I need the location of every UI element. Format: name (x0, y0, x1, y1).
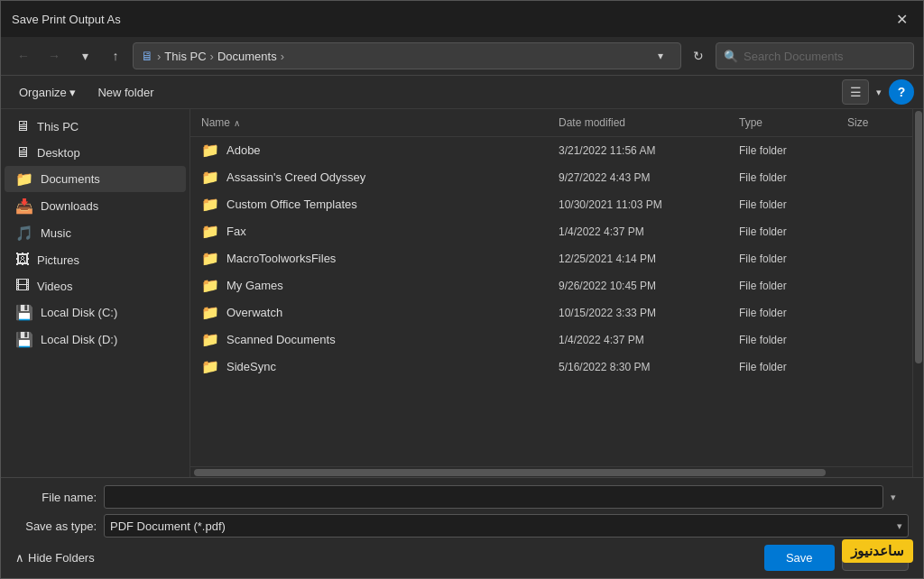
address-sep1: › (157, 50, 161, 63)
sidebar-item-this-pc[interactable]: 🖥 This PC (5, 114, 186, 139)
view-dropdown-button[interactable]: ▾ (873, 87, 885, 98)
file-row-date: 5/16/2022 8:30 PM (551, 361, 732, 373)
file-row-date: 3/21/2022 11:56 AM (551, 144, 732, 157)
filename-input[interactable] (104, 485, 883, 509)
sidebar-label-music: Music (41, 226, 71, 240)
file-name: My Games (226, 279, 283, 292)
folder-icon: 📁 (201, 304, 219, 321)
file-row-type: File folder (732, 198, 840, 211)
file-row-name: 📁 Assassin's Creed Odyssey (190, 169, 551, 186)
sidebar-label-this-pc: This PC (37, 120, 79, 133)
address-documents: Documents (217, 50, 277, 63)
back-button[interactable]: ← (10, 42, 37, 69)
search-icon: 🔍 (724, 50, 738, 63)
new-folder-button[interactable]: New folder (88, 82, 162, 103)
downloads-icon: 📥 (15, 198, 33, 215)
table-row[interactable]: 📁 MacroToolworksFiles 12/25/2021 4:14 PM… (190, 245, 912, 272)
sidebar-item-documents[interactable]: 📁 Documents (5, 166, 186, 192)
table-row[interactable]: 📁 Overwatch 10/15/2022 3:33 PM File fold… (190, 299, 912, 326)
savetype-arrow: ▾ (897, 520, 902, 532)
address-bar[interactable]: 🖥 › This PC › Documents › ▾ (133, 42, 681, 69)
search-box[interactable]: 🔍 Search Documents (716, 42, 914, 69)
horizontal-scrollbar[interactable] (190, 466, 912, 477)
table-row[interactable]: 📁 My Games 9/26/2022 10:45 PM File folde… (190, 272, 912, 299)
table-row[interactable]: 📁 Assassin's Creed Odyssey 9/27/2022 4:4… (190, 164, 912, 191)
bottom-panel: File name: ▾ Save as type: PDF Document … (1, 477, 923, 578)
table-row[interactable]: 📁 Fax 1/4/2022 4:37 PM File folder (190, 218, 912, 245)
help-button[interactable]: ? (889, 79, 914, 105)
address-dropdown-button[interactable]: ▾ (648, 43, 673, 69)
organize-button[interactable]: Organize ▾ (10, 82, 85, 103)
sidebar-label-videos: Videos (37, 280, 73, 293)
hscrollbar-thumb[interactable] (194, 469, 826, 476)
file-row-date: 10/30/2021 11:03 PM (551, 198, 732, 211)
table-row[interactable]: 📁 Adobe 3/21/2022 11:56 AM File folder (190, 137, 912, 164)
forward-button[interactable]: → (41, 42, 68, 69)
folder-icon: 📁 (201, 169, 219, 186)
local-c-icon: 💾 (15, 304, 33, 321)
sidebar-label-downloads: Downloads (41, 199, 98, 213)
sidebar-item-videos[interactable]: 🎞 Videos (5, 273, 186, 299)
table-row[interactable]: 📁 Custom Office Templates 10/30/2021 11:… (190, 191, 912, 218)
file-row-type: File folder (732, 225, 840, 238)
up-button[interactable]: ↑ (102, 42, 129, 69)
col-header-date[interactable]: Date modified (551, 113, 732, 133)
file-row-type: File folder (732, 280, 840, 292)
save-dialog: Save Print Output As ✕ ← → ▾ ↑ 🖥 › This … (0, 0, 924, 579)
filename-label: File name: (15, 491, 97, 504)
file-name: Adobe (226, 143, 261, 157)
view-mode-button[interactable]: ☰ (842, 79, 869, 105)
recent-locations-button[interactable]: ▾ (71, 42, 98, 69)
file-row-name: 📁 My Games (190, 277, 551, 294)
file-row-date: 12/25/2021 4:14 PM (551, 253, 732, 265)
table-row[interactable]: 📁 SideSync 5/16/2022 8:30 PM File folder (190, 354, 912, 381)
folder-icon: 📁 (201, 250, 219, 267)
sidebar-label-pictures: Pictures (37, 253, 79, 267)
sidebar-item-pictures[interactable]: 🖼 Pictures (5, 247, 186, 272)
folder-icon: 📁 (201, 223, 219, 240)
file-row-name: 📁 Adobe (190, 142, 551, 159)
sidebar-item-local-c[interactable]: 💾 Local Disk (C:) (5, 299, 186, 326)
file-row-type: File folder (732, 334, 840, 346)
sidebar-label-local-d: Local Disk (D:) (41, 333, 117, 346)
file-row-type: File folder (732, 361, 840, 373)
main-content: 🖥 This PC 🖥 Desktop 📁 Documents 📥 Downlo… (1, 109, 923, 477)
folder-icon: 📁 (201, 277, 219, 294)
table-row[interactable]: 📁 Scanned Documents 1/4/2022 4:37 PM Fil… (190, 326, 912, 354)
documents-icon: 📁 (15, 170, 33, 188)
action-buttons: Save Cancel (764, 545, 909, 571)
folder-icon: 📁 (201, 331, 219, 348)
file-row-type: File folder (732, 307, 840, 319)
sidebar-item-downloads[interactable]: 📥 Downloads (5, 193, 186, 219)
close-button[interactable]: ✕ (891, 8, 912, 30)
file-row-name: 📁 SideSync (190, 358, 551, 375)
search-placeholder: Search Documents (744, 50, 844, 63)
toolbar: Organize ▾ New folder ☰ ▾ ? (1, 76, 923, 109)
filename-dropdown-button[interactable]: ▾ (891, 492, 909, 503)
folder-icon: 📁 (201, 196, 219, 213)
vscrollbar-thumb[interactable] (915, 111, 922, 363)
file-row-date: 1/4/2022 4:37 PM (551, 225, 732, 238)
col-header-size[interactable]: Size (840, 113, 912, 133)
sidebar-label-documents: Documents (41, 172, 100, 186)
col-header-type[interactable]: Type (732, 113, 840, 133)
navbar: ← → ▾ ↑ 🖥 › This PC › Documents › ▾ ↻ 🔍 … (1, 37, 923, 76)
sidebar-item-music[interactable]: 🎵 Music (5, 220, 186, 246)
file-header: Name ∧ Date modified Type Size (190, 109, 912, 137)
videos-icon: 🎞 (15, 278, 30, 294)
sidebar-item-desktop[interactable]: 🖥 Desktop (5, 140, 186, 165)
filename-row: File name: ▾ (15, 485, 909, 509)
savetype-dropdown[interactable]: PDF Document (*.pdf) ▾ (104, 514, 909, 538)
folder-icon: 📁 (201, 142, 219, 159)
cancel-button[interactable]: Cancel (842, 545, 909, 571)
sidebar: 🖥 This PC 🖥 Desktop 📁 Documents 📥 Downlo… (1, 109, 190, 477)
col-header-name[interactable]: Name ∧ (190, 113, 551, 133)
save-button[interactable]: Save (764, 545, 835, 571)
bottom-actions: ∧ Hide Folders Save Cancel (15, 545, 909, 571)
vertical-scrollbar[interactable] (912, 109, 923, 477)
sidebar-item-local-d[interactable]: 💾 Local Disk (D:) (5, 326, 186, 353)
address-this-pc: This PC (164, 50, 206, 63)
address-sep3: › (281, 50, 284, 63)
refresh-button[interactable]: ↻ (685, 42, 712, 69)
hide-folders-button[interactable]: ∧ Hide Folders (15, 551, 95, 565)
